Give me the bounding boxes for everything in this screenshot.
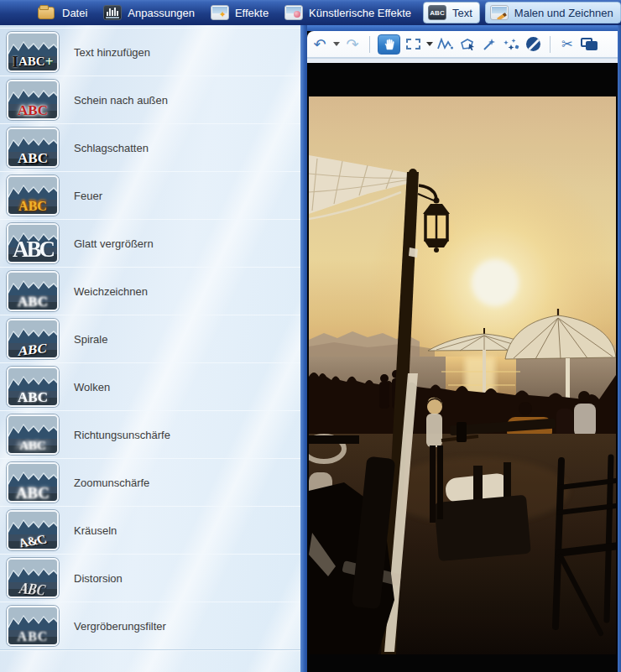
nav-kuenstlerische-effekte-button[interactable]: Künstlerische Effekte [280, 3, 418, 23]
window-right-edge [618, 25, 621, 672]
hand-tool-button[interactable] [378, 34, 400, 55]
photo-editor-window: Datei Anpassungen ✦ Effekte Künstlerisch… [0, 0, 621, 672]
effect-thumbnail: ABC [7, 558, 59, 598]
magic-wand-tool[interactable] [480, 34, 498, 55]
rect-select-dropdown-icon[interactable] [426, 42, 433, 46]
effect-thumbnail: ABC [7, 367, 59, 407]
work-area: ↶ ↷ [307, 25, 621, 672]
effect-thumbnail: ABC [7, 319, 59, 359]
polygon-select-tool[interactable] [458, 34, 477, 55]
nav-label: Effekte [235, 7, 269, 19]
nav-label: Künstlerische Effekte [309, 7, 411, 19]
list-item-glatt-vergroessern[interactable]: ABC Glatt vergrößern [0, 219, 300, 268]
nav-datei-button[interactable]: Datei [34, 3, 94, 23]
abc-sample-text: ABC [18, 341, 49, 358]
magic-wand-icon [482, 38, 497, 51]
nav-effekte-button[interactable]: ✦ Effekte [206, 3, 275, 23]
freeform-select-tool[interactable] [436, 34, 455, 55]
effect-label: Wolken [74, 381, 110, 393]
nav-label: Datei [62, 7, 87, 19]
file-icon [38, 5, 56, 20]
effect-thumbnail: ABC [7, 80, 59, 120]
effect-thumbnail: ABC [7, 414, 59, 455]
paint-draw-icon [490, 5, 509, 20]
list-item-feuer[interactable]: ABC Feuer [0, 171, 300, 220]
redo-button[interactable]: ↷ [343, 34, 362, 55]
mask-circle-icon [526, 37, 540, 51]
list-item-partial [0, 650, 300, 662]
nav-anpassungen-button[interactable]: Anpassungen [99, 3, 201, 23]
list-item-schlagschatten[interactable]: ABC Schlagschatten [0, 123, 300, 172]
abc-sample-text: ABC [18, 581, 49, 598]
effect-label: Weichzeichnen [74, 285, 148, 298]
mask-tool[interactable] [524, 34, 542, 55]
sunset-photo [309, 96, 616, 654]
panel-canvas-divider[interactable] [300, 25, 307, 672]
hand-icon [383, 38, 396, 51]
nav-label: Anpassungen [128, 7, 195, 19]
plus-glyph: + [45, 55, 54, 69]
effect-thumbnail: ABC [7, 223, 59, 263]
effect-label: Feuer [74, 190, 102, 202]
freeform-icon [437, 38, 454, 50]
list-item-kraeuseln[interactable]: A&C Kräuseln [0, 506, 300, 555]
effect-label: Vergröberungsfilter [74, 620, 166, 633]
list-item-distorsion[interactable]: ABC Distorsion [0, 554, 300, 602]
abc-sample-text: ABC [19, 440, 46, 452]
polygon-cursor-icon [459, 38, 476, 51]
abc-sample-text: ABC [18, 55, 45, 68]
cut-button[interactable]: ✂ [558, 34, 577, 55]
abc-sample-text: ABC [18, 294, 48, 309]
effect-list: IABC+ Text hinzufügen ABC Schein nach au… [0, 25, 300, 650]
nav-text-button[interactable]: ABC Text [423, 2, 480, 23]
rect-select-tool[interactable] [404, 34, 422, 55]
abc-sample-text: ABC [18, 200, 47, 213]
text-abc-icon: ABC [428, 5, 446, 20]
effects-icon: ✦ [211, 5, 229, 20]
nav-label: Malen und Zeichnen [514, 7, 613, 19]
marquee-icon [406, 39, 420, 49]
effect-label: Richtungsunschärfe [74, 429, 170, 441]
effect-thumbnail: IABC+ [7, 32, 59, 72]
edit-toolbar: ↶ ↷ [307, 31, 621, 57]
effect-thumbnail: ABC [7, 128, 59, 168]
list-item-wolken[interactable]: ABC Wolken [0, 362, 300, 411]
effect-thumbnail: ABC [7, 462, 59, 503]
toolbar-separator [369, 36, 370, 53]
effect-label: Spirale [74, 333, 107, 346]
list-item-richtungsunschaerfe[interactable]: ABC Richtungsunschärfe [0, 410, 300, 459]
abc-sample-text: ABC [16, 486, 50, 502]
abc-sample-text: ABC [13, 238, 53, 261]
effect-thumbnail: ABC [7, 606, 59, 646]
list-item-vergroeberungsfilter[interactable]: ABC Vergröberungsfilter [0, 602, 300, 650]
abc-sample-text: A&C [16, 534, 49, 550]
text-cursor-glyph: I [13, 54, 18, 70]
adjustments-icon [103, 5, 122, 20]
effect-label: Kräuseln [74, 524, 117, 537]
effect-thumbnail: ABC [7, 175, 59, 216]
main-nav-bar: Datei Anpassungen ✦ Effekte Künstlerisch… [0, 0, 621, 25]
scatter-select-tool[interactable] [502, 34, 520, 55]
list-item-weichzeichnen[interactable]: ABC Weichzeichnen [0, 267, 300, 315]
image-canvas[interactable] [307, 63, 621, 672]
copy-button[interactable] [580, 34, 598, 55]
list-item-text-hinzufuegen[interactable]: IABC+ Text hinzufügen [0, 28, 300, 76]
abc-sample-text: ABC [18, 390, 48, 404]
undo-button[interactable]: ↶ [310, 34, 329, 55]
text-effects-panel: IABC+ Text hinzufügen ABC Schein nach au… [0, 25, 300, 672]
list-item-zoomunschaerfe[interactable]: ABC Zoomunschärfe [0, 458, 300, 507]
effect-label: Zoomunschärfe [74, 477, 149, 489]
effect-label: Schein nach außen [74, 94, 168, 107]
scatter-stars-icon [503, 38, 519, 51]
effect-label: Glatt vergrößern [74, 237, 154, 250]
effect-label: Schlagschatten [74, 142, 149, 154]
list-item-spirale[interactable]: ABC Spirale [0, 315, 300, 363]
toolbar-accent-strip [307, 25, 621, 31]
undo-dropdown-icon[interactable] [333, 42, 340, 46]
effect-label: Text hinzufügen [74, 46, 150, 59]
abc-sample-text: ABC [18, 630, 49, 643]
toolbar-separator [550, 36, 551, 53]
list-item-schein-nach-aussen[interactable]: ABC Schein nach außen [0, 76, 300, 124]
nav-malen-und-zeichnen-button[interactable]: Malen und Zeichnen [485, 2, 621, 23]
nav-label: Text [452, 7, 472, 19]
